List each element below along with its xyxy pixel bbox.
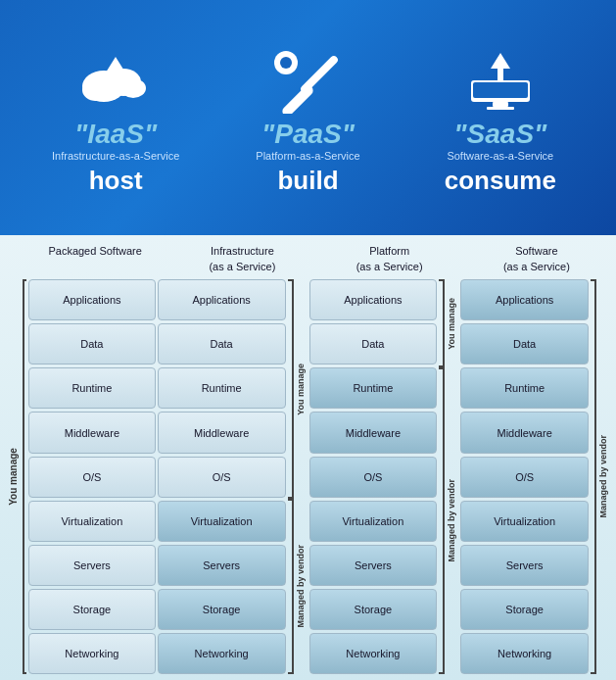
cell-soft-runtime: Runtime — [460, 367, 589, 409]
cells-infrastructure: Applications Data Runtime Middleware O/S… — [158, 279, 286, 674]
cell-packaged-os: O/S — [28, 457, 156, 498]
infra-brackets: You manage Managed by vendor — [288, 279, 308, 674]
columns-header: Packaged Software Infrastructure (as a S… — [6, 243, 610, 273]
cell-plat-data: Data — [309, 323, 438, 364]
cell-infra-runtime: Runtime — [158, 367, 286, 409]
plat-vendor-bracket: Managed by vendor — [439, 367, 458, 674]
paas-title: "PaaS" — [261, 119, 355, 150]
paas-icon-area — [268, 40, 347, 119]
header-software: Software (as a Service) — [463, 243, 610, 273]
iaas-action: host — [89, 166, 143, 196]
cell-infra-networking: Networking — [158, 633, 286, 674]
svg-rect-12 — [473, 82, 528, 98]
plat-brackets: You manage Managed by vendor — [439, 279, 458, 674]
cell-packaged-data: Data — [28, 323, 156, 364]
cells-software: Applications Data Runtime Middleware O/S… — [460, 279, 589, 674]
iaas-subtitle: Infrastructure-as-a-Service — [52, 150, 179, 162]
cell-packaged-middleware: Middleware — [28, 412, 156, 453]
cell-plat-applications: Applications — [309, 279, 438, 320]
cell-soft-middleware: Middleware — [460, 412, 589, 453]
saas-icon — [461, 45, 540, 114]
columns-body: You manage Applications Data Runtime Mid… — [6, 279, 610, 674]
cell-packaged-virtualization: Virtualization — [28, 501, 156, 542]
cell-soft-networking: Networking — [460, 633, 589, 674]
svg-point-3 — [120, 78, 146, 98]
cell-packaged-servers: Servers — [28, 545, 156, 586]
header-platform: Platform (as a Service) — [316, 243, 463, 273]
managed-vendor-plat: Managed by vendor — [445, 477, 458, 564]
cell-infra-storage: Storage — [158, 589, 286, 630]
col-platform: Applications Data Runtime Middleware O/S… — [309, 279, 459, 674]
cell-soft-storage: Storage — [460, 589, 589, 630]
cells-packaged: Applications Data Runtime Middleware O/S… — [28, 279, 156, 674]
cell-plat-storage: Storage — [309, 589, 438, 630]
cell-plat-runtime: Runtime — [309, 367, 438, 409]
cell-packaged-storage: Storage — [28, 589, 156, 630]
saas-subtitle: Software-as-a-Service — [447, 150, 553, 162]
cell-plat-middleware: Middleware — [309, 412, 438, 453]
cells-platform: Applications Data Runtime Middleware O/S… — [309, 279, 438, 674]
infra-you-manage-bracket: You manage — [288, 279, 308, 499]
cell-plat-os: O/S — [309, 457, 438, 498]
cell-infra-os: O/S — [158, 457, 286, 498]
you-manage-infra: You manage — [294, 362, 308, 417]
header-infrastructure: Infrastructure (as a Service) — [168, 243, 315, 273]
cell-packaged-applications: Applications — [28, 279, 156, 320]
cell-soft-applications: Applications — [460, 279, 589, 320]
cell-infra-servers: Servers — [158, 545, 286, 586]
svg-point-8 — [280, 57, 292, 69]
iaas-icon — [76, 45, 155, 114]
cell-soft-virtualization: Virtualization — [460, 501, 589, 542]
bottom-section: Packaged Software Infrastructure (as a S… — [0, 235, 616, 680]
you-manage-plat: You manage — [445, 296, 458, 352]
svg-rect-9 — [300, 54, 340, 94]
cell-plat-virtualization: Virtualization — [309, 501, 438, 542]
cell-infra-middleware: Middleware — [158, 412, 286, 453]
saas-icon-area — [461, 40, 540, 119]
saas-title: "SaaS" — [453, 119, 546, 150]
cell-soft-data: Data — [460, 323, 589, 364]
col-software: Applications Data Runtime Middleware O/S… — [460, 279, 610, 674]
cell-infra-applications: Applications — [158, 279, 286, 320]
paas-subtitle: Platform-as-a-Service — [256, 150, 359, 162]
iaas-icon-area — [76, 40, 155, 119]
svg-rect-14 — [487, 107, 514, 110]
svg-point-1 — [82, 79, 110, 101]
plat-you-manage-bracket: You manage — [439, 279, 458, 367]
svg-marker-10 — [491, 53, 510, 82]
cell-soft-os: O/S — [460, 457, 589, 498]
cell-packaged-runtime: Runtime — [28, 367, 156, 409]
paas-icon — [268, 45, 347, 114]
iaas-column: "IaaS" Infrastructure-as-a-Service host — [20, 40, 212, 196]
cell-infra-data: Data — [158, 323, 286, 364]
soft-brackets: Managed by vendor — [591, 279, 610, 674]
col-infrastructure: Applications Data Runtime Middleware O/S… — [158, 279, 308, 674]
managed-vendor-soft: Managed by vendor — [596, 433, 610, 520]
saas-action: consume — [445, 166, 556, 196]
you-manage-packaged: You manage — [6, 279, 21, 674]
managed-vendor-infra: Managed by vendor — [294, 543, 308, 630]
bracket-packaged-left — [23, 279, 26, 674]
svg-rect-13 — [493, 102, 508, 107]
soft-vendor-bracket: Managed by vendor — [591, 279, 610, 674]
cell-plat-servers: Servers — [309, 545, 438, 586]
iaas-title: "IaaS" — [74, 119, 157, 150]
header-packaged: Packaged Software — [6, 243, 168, 273]
col-packaged: You manage Applications Data Runtime Mid… — [6, 279, 156, 674]
saas-column: "SaaS" Software-as-a-Service consume — [404, 40, 596, 196]
infra-vendor-bracket: Managed by vendor — [288, 499, 308, 674]
cell-packaged-networking: Networking — [28, 633, 156, 674]
cell-infra-virtualization: Virtualization — [158, 501, 286, 542]
paas-action: build — [277, 166, 338, 196]
top-section: "IaaS" Infrastructure-as-a-Service host … — [0, 0, 616, 235]
cell-soft-servers: Servers — [460, 545, 589, 586]
paas-column: "PaaS" Platform-as-a-Service build — [212, 40, 403, 196]
cell-plat-networking: Networking — [309, 633, 438, 674]
